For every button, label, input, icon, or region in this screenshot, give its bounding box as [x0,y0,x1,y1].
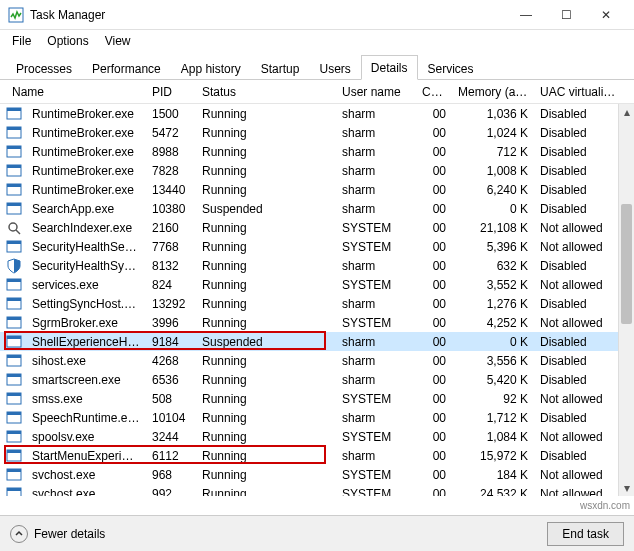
cell-status: Running [196,411,336,425]
cell-status: Running [196,183,336,197]
cell-pid: 3996 [146,316,196,330]
table-row[interactable]: StartMenuExperience...6112Runningsharm00… [0,446,634,465]
svg-rect-34 [7,431,21,434]
cell-status: Running [196,430,336,444]
status-bar: Fewer details End task [0,515,634,551]
table-row[interactable]: SearchApp.exe10380Suspendedsharm000 KDis… [0,199,634,218]
col-uac[interactable]: UAC virtualizati... [534,85,626,99]
cell-status: Running [196,392,336,406]
table-row[interactable]: sihost.exe4268Runningsharm003,556 KDisab… [0,351,634,370]
fewer-details-button[interactable]: Fewer details [10,525,105,543]
cell-user: sharm [336,126,416,140]
col-pid[interactable]: PID [146,85,196,99]
cell-name: svchost.exe [26,487,146,497]
cell-uac: Disabled [534,202,626,216]
cell-user: sharm [336,411,416,425]
menu-options[interactable]: Options [39,32,96,50]
col-user[interactable]: User name [336,85,416,99]
cell-user: SYSTEM [336,392,416,406]
fewer-details-label: Fewer details [34,527,105,541]
svg-rect-38 [7,469,21,472]
table-row[interactable]: RuntimeBroker.exe13440Runningsharm006,24… [0,180,634,199]
process-icon [6,334,22,350]
cell-name: sihost.exe [26,354,146,368]
cell-uac: Not allowed [534,221,626,235]
table-row[interactable]: smss.exe508RunningSYSTEM0092 KNot allowe… [0,389,634,408]
scroll-up-icon[interactable]: ▴ [619,104,634,120]
table-row[interactable]: smartscreen.exe6536Runningsharm005,420 K… [0,370,634,389]
table-row[interactable]: SecurityHealthSystray...8132Runningsharm… [0,256,634,275]
cell-mem: 632 K [452,259,534,273]
cell-user: sharm [336,449,416,463]
cell-cpu: 00 [416,468,452,482]
cell-user: SYSTEM [336,316,416,330]
table-row[interactable]: svchost.exe968RunningSYSTEM00184 KNot al… [0,465,634,484]
maximize-button[interactable]: ☐ [546,0,586,30]
tab-services[interactable]: Services [418,56,484,80]
table-row[interactable]: ShellExperienceHost....9184Suspendedshar… [0,332,634,351]
cell-user: SYSTEM [336,430,416,444]
cell-cpu: 00 [416,107,452,121]
cell-mem: 712 K [452,145,534,159]
vertical-scrollbar[interactable]: ▴ ▾ [618,104,634,496]
col-status[interactable]: Status [196,85,336,99]
table-row[interactable]: svchost.exe992RunningSYSTEM0024,532 KNot… [0,484,634,496]
minimize-button[interactable]: — [506,0,546,30]
process-icon [6,125,22,141]
scroll-thumb[interactable] [621,204,632,324]
process-icon [6,201,22,217]
table-row[interactable]: RuntimeBroker.exe7828Runningsharm001,008… [0,161,634,180]
tab-users[interactable]: Users [309,56,360,80]
watermark: wsxdn.com [580,500,630,511]
table-row[interactable]: SearchIndexer.exe2160RunningSYSTEM0021,1… [0,218,634,237]
cell-name: StartMenuExperience... [26,449,146,463]
svg-line-14 [16,230,20,234]
cell-mem: 6,240 K [452,183,534,197]
end-task-button[interactable]: End task [547,522,624,546]
column-headers: Name PID Status User name CPU Memory (ac… [0,80,634,104]
cell-pid: 1500 [146,107,196,121]
close-button[interactable]: ✕ [586,0,626,30]
col-name[interactable]: Name [6,85,146,99]
table-row[interactable]: RuntimeBroker.exe1500Runningsharm001,036… [0,104,634,123]
tab-performance[interactable]: Performance [82,56,171,80]
cell-cpu: 00 [416,297,452,311]
table-row[interactable]: SecurityHealthServic...7768RunningSYSTEM… [0,237,634,256]
process-icon [6,448,22,464]
cell-pid: 824 [146,278,196,292]
table-row[interactable]: SgrmBroker.exe3996RunningSYSTEM004,252 K… [0,313,634,332]
cell-uac: Not allowed [534,430,626,444]
cell-name: smartscreen.exe [26,373,146,387]
tab-details[interactable]: Details [361,55,418,80]
table-row[interactable]: RuntimeBroker.exe5472Runningsharm001,024… [0,123,634,142]
svg-rect-26 [7,355,21,358]
svg-rect-40 [7,488,21,491]
scroll-down-icon[interactable]: ▾ [619,480,634,496]
svg-rect-20 [7,298,21,301]
cell-user: sharm [336,183,416,197]
svg-rect-36 [7,450,21,453]
col-cpu[interactable]: CPU [416,85,452,99]
cell-user: SYSTEM [336,278,416,292]
table-row[interactable]: spoolsv.exe3244RunningSYSTEM001,084 KNot… [0,427,634,446]
cell-status: Suspended [196,202,336,216]
cell-pid: 992 [146,487,196,497]
table-row[interactable]: SettingSyncHost.exe13292Runningsharm001,… [0,294,634,313]
cell-pid: 3244 [146,430,196,444]
col-mem[interactable]: Memory (ac... [452,85,534,99]
table-row[interactable]: services.exe824RunningSYSTEM003,552 KNot… [0,275,634,294]
task-manager-icon [8,7,24,23]
tab-app-history[interactable]: App history [171,56,251,80]
cell-pid: 8988 [146,145,196,159]
cell-user: sharm [336,202,416,216]
tab-processes[interactable]: Processes [6,56,82,80]
svg-rect-24 [7,336,21,339]
cell-cpu: 00 [416,449,452,463]
cell-mem: 1,036 K [452,107,534,121]
menu-file[interactable]: File [4,32,39,50]
svg-rect-12 [7,203,21,206]
tab-startup[interactable]: Startup [251,56,310,80]
table-row[interactable]: SpeechRuntime.exe10104Runningsharm001,71… [0,408,634,427]
table-row[interactable]: RuntimeBroker.exe8988Runningsharm00712 K… [0,142,634,161]
menu-view[interactable]: View [97,32,139,50]
